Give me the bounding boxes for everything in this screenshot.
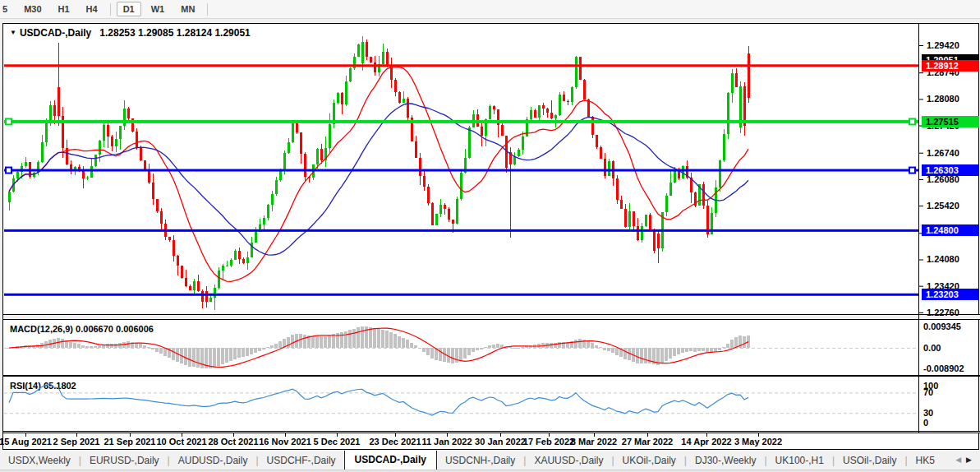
rsi-axis-label: 0 bbox=[923, 417, 928, 428]
chart-window: ▼USDCAD-,Daily1.28253 1.29085 1.28124 1.… bbox=[2, 23, 979, 450]
price-axis-tick: 1.28080 bbox=[927, 93, 959, 104]
date-axis-label: 21 Sep 2021 bbox=[104, 437, 156, 447]
chart-tab-xauusd-daily[interactable]: XAUUSD-,Daily bbox=[526, 452, 611, 470]
hline-handle[interactable] bbox=[909, 118, 915, 124]
trading-terminal: 5M30H1H4D1W1MN ▼USDCAD-,Daily1.28253 1.2… bbox=[0, 0, 980, 472]
ma-fast-line bbox=[9, 67, 748, 282]
chart-tab-bar: USDX,Weekly|EURUSD-,Daily|AUDUSD-,Daily|… bbox=[0, 451, 980, 470]
hline-1.27515[interactable] bbox=[4, 120, 918, 123]
price-axis-tick: 1.26740 bbox=[927, 147, 959, 159]
chart-tab-audusd-daily[interactable]: AUDUSD-,Daily bbox=[170, 452, 256, 470]
price-axis-tick: 1.24080 bbox=[927, 253, 959, 265]
timeframe-button-mn[interactable]: MN bbox=[174, 2, 201, 16]
hline-price-badge: 1.26303 bbox=[922, 164, 979, 176]
chart-tab-usdcnh-daily[interactable]: USDCNH-,Daily bbox=[437, 452, 523, 470]
date-axis-label: 27 Mar 2022 bbox=[622, 437, 673, 447]
date-axis-label: 14 Apr 2022 bbox=[681, 437, 731, 447]
macd-histogram bbox=[7, 326, 750, 368]
date-axis-label: 28 Oct 2021 bbox=[208, 437, 258, 447]
chart-tab-usdx-weekly[interactable]: USDX,Weekly bbox=[0, 452, 79, 470]
price-axis-tick: 1.25420 bbox=[927, 200, 959, 211]
date-axis-label: 17 Feb 2022 bbox=[523, 437, 574, 447]
macd-axis-label: 0.009345 bbox=[923, 321, 961, 332]
rsi-axis-label: 70 bbox=[923, 386, 933, 398]
toolbar-separator bbox=[207, 3, 208, 16]
hline-handle[interactable] bbox=[6, 118, 12, 124]
date-axis-label: 8 Mar 2022 bbox=[571, 437, 617, 447]
chart-tab-eurusd-daily[interactable]: EURUSD-,Daily bbox=[81, 452, 168, 470]
date-axis-label: 5 Dec 2021 bbox=[314, 437, 361, 447]
chart-tab-usdcad-daily[interactable]: USDCAD-,Daily bbox=[344, 451, 437, 470]
chart-tab-usoil-daily[interactable]: USOil-,Daily bbox=[835, 452, 904, 470]
candlestick-series bbox=[8, 36, 750, 310]
date-axis-label: 30 Jan 2022 bbox=[475, 437, 526, 447]
tab-scroll-right-button[interactable]: ▶ bbox=[966, 456, 977, 464]
tab-scroll-arrows: ◀▶ bbox=[955, 456, 977, 464]
tab-scroll-left-button[interactable]: ◀ bbox=[955, 456, 966, 464]
macd-axis-label: -0.008902 bbox=[923, 363, 964, 374]
chart-tab-usdchf-daily[interactable]: USDCHF-,Daily bbox=[259, 452, 344, 470]
timeframe-button-d1[interactable]: D1 bbox=[117, 2, 141, 16]
price-axis-tick: 1.29420 bbox=[927, 39, 959, 51]
chart-tab-ukoil-daily[interactable]: UKOil-,Daily bbox=[614, 452, 684, 470]
chart-tab-hk5[interactable]: HK5 bbox=[908, 452, 943, 470]
hline-price-badge: 1.28912 bbox=[922, 60, 979, 72]
date-axis-label: 3 May 2022 bbox=[734, 437, 782, 447]
hline-handle[interactable] bbox=[6, 168, 12, 174]
date-axis-label: 15 Aug 2021 bbox=[0, 437, 52, 447]
chart-canvas[interactable] bbox=[3, 24, 980, 451]
price-axis-tick: 1.22760 bbox=[927, 307, 959, 318]
toolbar-separator bbox=[110, 3, 111, 16]
date-axis-label: 23 Dec 2021 bbox=[370, 437, 421, 447]
chart-tab-uk100-h1[interactable]: UK100-,H1 bbox=[767, 452, 832, 470]
hline-1.28912[interactable] bbox=[4, 64, 918, 67]
timeframe-toolbar: 5M30H1H4D1W1MN bbox=[0, 0, 980, 19]
hline-1.23203[interactable] bbox=[4, 294, 918, 296]
chart-tab-dj30-weekly[interactable]: DJ30-,Weekly bbox=[687, 452, 764, 470]
timeframe-button-w1[interactable]: W1 bbox=[145, 2, 172, 16]
hline-price-badge: 1.27515 bbox=[922, 116, 979, 127]
hline-handle[interactable] bbox=[909, 168, 915, 174]
timeframe-button-m30[interactable]: M30 bbox=[17, 2, 48, 16]
timeframe-button-h1[interactable]: H1 bbox=[52, 2, 76, 16]
date-axis-label: 11 Jan 2022 bbox=[421, 437, 472, 447]
timeframe-button-h4[interactable]: H4 bbox=[80, 2, 104, 16]
date-axis-label: 16 Nov 2021 bbox=[259, 437, 311, 447]
macd-axis-label: 0.00 bbox=[923, 342, 941, 354]
hline-1.24800[interactable] bbox=[4, 229, 918, 232]
hline-price-badge: 1.24800 bbox=[922, 224, 979, 236]
rsi-line bbox=[9, 384, 748, 415]
hline-price-badge: 1.23203 bbox=[922, 289, 979, 300]
timeframe-button-5[interactable]: 5 bbox=[0, 2, 14, 16]
date-axis-label: 10 Oct 2021 bbox=[156, 437, 206, 447]
hline-1.26303[interactable] bbox=[4, 169, 918, 172]
date-axis-label: 2 Sep 2021 bbox=[53, 437, 100, 447]
